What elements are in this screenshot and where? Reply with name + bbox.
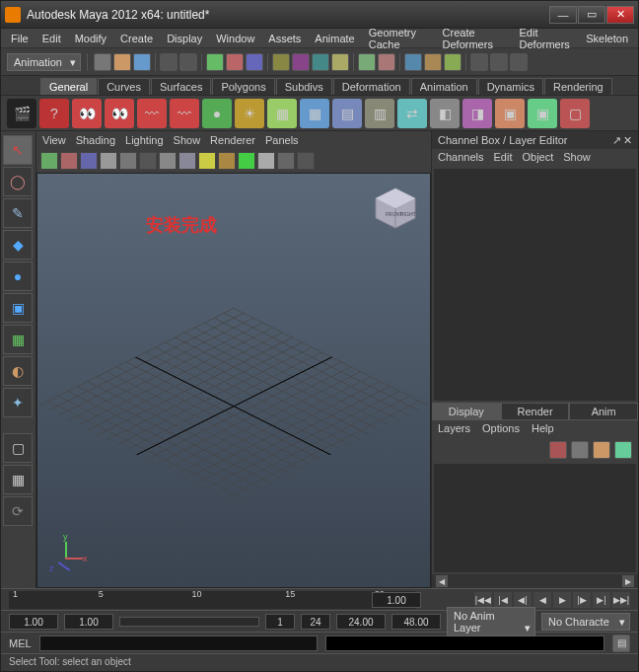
layer-menu-help[interactable]: Help xyxy=(532,422,554,436)
shelf-red2-icon[interactable]: 👀 xyxy=(105,99,134,128)
scroll-left-icon[interactable]: ◀ xyxy=(436,575,448,587)
shelf-tab-deformation[interactable]: Deformation xyxy=(333,78,410,95)
shelf-connection-icon[interactable]: ⇄ xyxy=(397,99,427,128)
high-quality-icon[interactable] xyxy=(257,152,275,170)
paint-select-tool[interactable]: ✎ xyxy=(3,198,33,228)
maximize-button[interactable]: ▭ xyxy=(578,6,605,24)
camera-select-icon[interactable] xyxy=(40,152,58,170)
layer-menu-layers[interactable]: Layers xyxy=(438,422,470,436)
menu-modify[interactable]: Modify xyxy=(69,31,112,46)
shelf-light-icon[interactable]: ☀ xyxy=(235,99,264,128)
anim-start-field[interactable]: 1.00 xyxy=(9,614,58,630)
snap-point-icon[interactable] xyxy=(312,53,329,71)
shelf-hyper-icon[interactable]: ▦ xyxy=(267,99,297,128)
shadows-icon[interactable] xyxy=(238,152,255,170)
single-view-icon[interactable]: ▢ xyxy=(3,433,33,463)
panel-close-icon[interactable]: ✕ xyxy=(623,134,632,147)
channel-list[interactable] xyxy=(434,169,636,401)
view-menu-panels[interactable]: Panels xyxy=(265,134,299,146)
gate-icon[interactable] xyxy=(139,152,157,170)
shelf-sets-icon[interactable]: ▣ xyxy=(495,99,525,128)
play-start-field[interactable]: 1.00 xyxy=(64,614,113,630)
menu-create[interactable]: Create xyxy=(114,31,159,46)
prev-key-button[interactable]: |◀ xyxy=(494,592,512,608)
channel-tab-show[interactable]: Show xyxy=(563,151,591,165)
textured-icon[interactable] xyxy=(198,152,216,170)
rotate-tool[interactable]: ● xyxy=(3,261,33,291)
play-back-button[interactable]: ◀ xyxy=(533,592,551,608)
view-menu-view[interactable]: View xyxy=(42,134,66,146)
show-tool-settings-icon[interactable] xyxy=(510,53,528,71)
save-scene-icon[interactable] xyxy=(133,53,151,71)
lights-icon[interactable] xyxy=(218,152,236,170)
menu-window[interactable]: Window xyxy=(210,31,260,46)
soft-mod-tool[interactable]: ◐ xyxy=(3,356,33,386)
layer-new-empty-icon[interactable] xyxy=(549,441,567,459)
redo-icon[interactable] xyxy=(179,53,197,71)
undo-icon[interactable] xyxy=(160,53,178,71)
manipulator-tool[interactable]: ▦ xyxy=(3,325,33,354)
select-hierarchy-icon[interactable] xyxy=(206,53,224,71)
play-end-field[interactable]: 24 xyxy=(301,614,330,630)
next-key-button[interactable]: ▶| xyxy=(593,592,610,608)
shelf-red3-icon[interactable]: 〰 xyxy=(137,99,167,128)
layer-move-up-icon[interactable] xyxy=(593,441,610,459)
select-tool[interactable]: ↖ xyxy=(3,135,33,165)
shelf-graph-icon[interactable]: ▦ xyxy=(300,99,329,128)
history-off-icon[interactable] xyxy=(378,53,395,71)
step-forward-button[interactable]: |▶ xyxy=(573,592,591,608)
menu-animate[interactable]: Animate xyxy=(309,31,360,46)
minimize-button[interactable]: — xyxy=(549,6,577,24)
shelf-sphere-icon[interactable]: ● xyxy=(202,99,232,128)
view-menu-renderer[interactable]: Renderer xyxy=(210,134,255,146)
grid-icon[interactable] xyxy=(119,152,137,170)
lasso-tool[interactable]: ◯ xyxy=(3,167,33,196)
view-menu-show[interactable]: Show xyxy=(174,134,201,146)
menu-edit[interactable]: Edit xyxy=(36,31,67,46)
move-tool[interactable]: ◆ xyxy=(3,230,33,260)
shelf-tab-subdivs[interactable]: Subdivs xyxy=(276,78,332,95)
shelf-outliner-icon[interactable]: ▤ xyxy=(332,99,362,128)
shelf-tab-surfaces[interactable]: Surfaces xyxy=(151,78,211,95)
shaded-icon[interactable] xyxy=(178,152,196,170)
shelf-tab-curves[interactable]: Curves xyxy=(98,78,150,95)
menu-display[interactable]: Display xyxy=(161,31,208,46)
bookmark-icon[interactable] xyxy=(80,152,98,170)
select-component-icon[interactable] xyxy=(246,53,263,71)
layer-list[interactable] xyxy=(434,464,636,572)
shelf-construction-icon[interactable]: ◧ xyxy=(430,99,460,128)
open-scene-icon[interactable] xyxy=(113,53,131,71)
layer-menu-options[interactable]: Options xyxy=(482,422,520,436)
range-cur-field[interactable]: 1 xyxy=(265,614,295,630)
snap-curve-icon[interactable] xyxy=(292,53,310,71)
shelf-red4-icon[interactable]: 〰 xyxy=(170,99,199,128)
show-channel-box-icon[interactable] xyxy=(470,53,488,71)
new-scene-icon[interactable] xyxy=(94,53,111,71)
snap-plane-icon[interactable] xyxy=(331,53,349,71)
view-menu-lighting[interactable]: Lighting xyxy=(125,134,164,146)
close-button[interactable]: ✕ xyxy=(606,6,634,24)
module-dropdown[interactable]: Animation xyxy=(7,53,81,71)
ipr-render-icon[interactable] xyxy=(424,53,442,71)
layer-new-selected-icon[interactable] xyxy=(571,441,589,459)
anim-total-field[interactable]: 48.00 xyxy=(391,614,441,630)
shelf-red1-icon[interactable]: 👀 xyxy=(72,99,102,128)
layer-move-down-icon[interactable] xyxy=(614,441,632,459)
go-start-button[interactable]: |◀◀ xyxy=(474,592,492,608)
anim-end-field[interactable]: 24.00 xyxy=(336,614,386,630)
shelf-tab-rendering[interactable]: Rendering xyxy=(544,78,612,95)
isolate-icon[interactable] xyxy=(277,152,295,170)
channel-tab-channels[interactable]: Channels xyxy=(438,151,483,165)
scale-tool[interactable]: ▣ xyxy=(3,293,33,323)
layer-tab-display[interactable]: Display xyxy=(432,403,501,420)
shelf-render-icon[interactable]: ▢ xyxy=(560,99,590,128)
step-back-button[interactable]: ◀| xyxy=(514,592,532,608)
show-manip-tool[interactable]: ✦ xyxy=(3,388,33,417)
menu-file[interactable]: File xyxy=(5,31,35,46)
show-attr-editor-icon[interactable] xyxy=(490,53,508,71)
menu-assets[interactable]: Assets xyxy=(262,31,307,46)
current-time-field[interactable]: 1.00 xyxy=(372,592,421,608)
shelf-reference-icon[interactable]: ◨ xyxy=(462,99,492,128)
viewport[interactable]: 安装完成 FRONTRIGHT y x z xyxy=(36,173,431,588)
channel-tab-edit[interactable]: Edit xyxy=(493,151,512,165)
